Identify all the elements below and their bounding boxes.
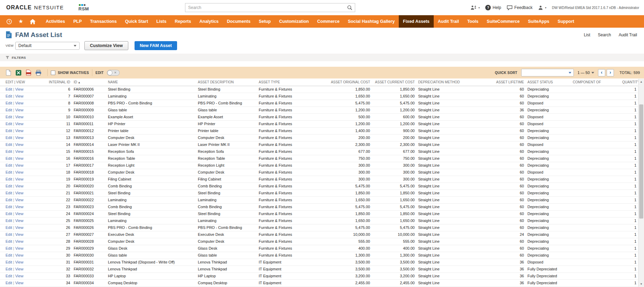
scrollbar-thumb[interactable] [639, 104, 643, 219]
nav-item-setup[interactable]: Setup [255, 15, 275, 28]
view-link[interactable]: View [15, 163, 24, 167]
help-button[interactable]: ? Help [485, 5, 501, 10]
header-link-list[interactable]: List [584, 33, 590, 37]
edit-link[interactable]: Edit [6, 205, 12, 209]
view-link[interactable]: View [15, 274, 24, 278]
col-id[interactable]: ID▲ [72, 78, 106, 86]
view-link[interactable]: View [15, 198, 24, 202]
add-user-menu[interactable]: ▾ [538, 5, 546, 10]
edit-link[interactable]: Edit [6, 177, 12, 181]
switch-role-menu[interactable]: ▾ [470, 5, 480, 10]
header-link-audit-trail[interactable]: Audit Trail [619, 33, 637, 37]
edit-link[interactable]: Edit [6, 122, 12, 126]
view-link[interactable]: View [15, 136, 24, 140]
home-icon[interactable] [29, 19, 36, 25]
col-name[interactable]: NAME [106, 78, 196, 86]
filters-bar[interactable]: FILTERS [0, 54, 644, 61]
col-asset-type[interactable]: ASSET TYPE [257, 78, 314, 86]
view-link[interactable]: View [15, 122, 24, 126]
edit-link[interactable]: Edit [6, 108, 12, 112]
view-link[interactable]: View [15, 101, 24, 105]
nav-item-social-hashtag-gallery[interactable]: Social Hashtag Gallery [344, 15, 399, 28]
edit-link[interactable]: Edit [6, 115, 12, 119]
edit-link[interactable]: Edit [6, 101, 12, 105]
header-link-search[interactable]: Search [598, 33, 611, 37]
nav-item-suiteapps[interactable]: SuiteApps [524, 15, 553, 28]
export-excel-icon[interactable] [14, 68, 22, 77]
new-fam-asset-button[interactable]: New FAM Asset [135, 41, 177, 50]
recent-records-icon[interactable] [6, 19, 12, 25]
search-icon[interactable] [347, 5, 352, 10]
view-link[interactable]: View [15, 94, 24, 98]
view-link[interactable]: View [15, 205, 24, 209]
edit-link[interactable]: Edit [6, 94, 12, 98]
print-icon[interactable] [34, 68, 43, 77]
feedback-button[interactable]: Feedback [507, 5, 533, 10]
export-pdf-icon[interactable] [24, 68, 33, 77]
edit-link[interactable]: Edit [6, 212, 12, 216]
customize-view-button[interactable]: Customize View [84, 41, 128, 50]
vertical-scrollbar[interactable]: ▲ ▼ [638, 79, 644, 287]
view-link[interactable]: View [15, 115, 24, 119]
view-link[interactable]: View [15, 108, 24, 112]
view-select[interactable]: Default [15, 42, 80, 50]
edit-link[interactable]: Edit [6, 142, 12, 147]
view-link[interactable]: View [15, 225, 24, 230]
view-link[interactable]: View [15, 142, 24, 147]
nav-item-activities[interactable]: Activities [42, 15, 69, 28]
view-link[interactable]: View [15, 129, 24, 133]
shortcuts-star-icon[interactable]: ★ [18, 19, 23, 24]
edit-link[interactable]: Edit [6, 198, 12, 202]
nav-item-customization[interactable]: Customization [275, 15, 313, 28]
view-link[interactable]: View [15, 232, 24, 237]
edit-link[interactable]: Edit [6, 246, 12, 250]
view-link[interactable]: View [15, 170, 24, 174]
nav-item-documents[interactable]: Documents [223, 15, 255, 28]
view-link[interactable]: View [15, 87, 24, 91]
edit-link[interactable]: Edit [6, 219, 12, 223]
edit-link[interactable]: Edit [6, 136, 12, 140]
view-link[interactable]: View [15, 260, 24, 264]
view-link[interactable]: View [15, 212, 24, 216]
nav-item-reports[interactable]: Reports [171, 15, 195, 28]
col-asset-status[interactable]: ASSET STATUS [526, 78, 571, 86]
edit-link[interactable]: Edit [6, 225, 12, 230]
role-text[interactable]: DW WD/Retail EMEA Std 2017.1.6.7 nDB - A… [552, 6, 639, 10]
nav-item-lists[interactable]: Lists [152, 15, 171, 28]
edit-link[interactable]: Edit [6, 184, 12, 188]
edit-link[interactable]: Edit [6, 163, 12, 167]
nav-item-tools[interactable]: Tools [463, 15, 482, 28]
edit-link[interactable]: Edit [6, 239, 12, 243]
nav-item-quick-start[interactable]: Quick Start [121, 15, 152, 28]
col-asset-description[interactable]: ASSET DESCRIPTION [196, 78, 257, 86]
view-link[interactable]: View [15, 191, 24, 195]
edit-link[interactable]: Edit [6, 232, 12, 237]
edit-link[interactable]: Edit [6, 129, 12, 133]
show-inactives-checkbox[interactable] [51, 71, 55, 75]
edit-link[interactable]: Edit [6, 253, 12, 257]
col-quantity[interactable]: QUANTITY [620, 78, 638, 86]
view-link[interactable]: View [15, 281, 24, 285]
edit-link[interactable]: Edit [6, 87, 12, 91]
view-link[interactable]: View [15, 184, 24, 188]
edit-link[interactable]: Edit [6, 281, 12, 285]
edit-link[interactable]: Edit [6, 260, 12, 264]
nav-item-support[interactable]: Support [553, 15, 578, 28]
scroll-down-icon[interactable]: ▼ [638, 281, 644, 287]
nav-item-commerce[interactable]: Commerce [313, 15, 344, 28]
nav-item-plp[interactable]: PLP [69, 15, 86, 28]
edit-link[interactable]: Edit [6, 156, 12, 160]
scroll-up-icon[interactable]: ▲ [638, 79, 644, 85]
view-link[interactable]: View [15, 156, 24, 160]
view-link[interactable]: View [15, 177, 24, 181]
col-asset-lifetime[interactable]: ASSET LIFETIME [486, 78, 526, 86]
col-asset-original-cost[interactable]: ASSET ORIGINAL COST [314, 78, 372, 86]
edit-link[interactable]: Edit [6, 274, 12, 278]
nav-item-fixed-assets[interactable]: Fixed Assets [399, 15, 434, 28]
nav-item-audit-trail[interactable]: Audit Trail [434, 15, 463, 28]
page-range-dropdown[interactable]: 1 — 50 [578, 71, 594, 75]
view-link[interactable]: View [15, 253, 24, 257]
view-link[interactable]: View [15, 267, 24, 271]
edit-link[interactable]: Edit [6, 170, 12, 174]
inline-edit-toggle[interactable]: ✕ [107, 70, 120, 76]
